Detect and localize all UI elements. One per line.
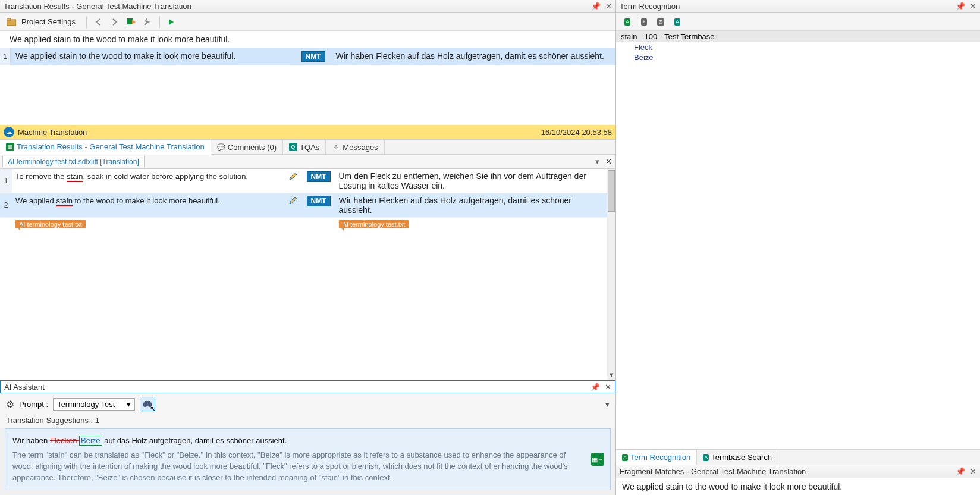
ai-chevron-down-icon[interactable]: ▾ — [605, 400, 610, 409]
segment-target[interactable]: Um den Fleck zu entfernen, weichen Sie i… — [335, 169, 608, 193]
results-tab-icon: ▦ — [6, 143, 14, 151]
pin-icon[interactable]: 📌 — [591, 2, 601, 11]
close-icon[interactable]: ✕ — [605, 383, 611, 391]
segment-row[interactable]: 2 We applied stain to the wood to make i… — [0, 193, 615, 218]
results-tabs: ▦ Translation Results - General Test,Mac… — [0, 139, 615, 155]
term-termbase: Test Termbase — [664, 32, 714, 41]
segment-row[interactable]: 1 To remove the stain, soak in cold wate… — [0, 169, 615, 193]
term-source: stain — [621, 32, 637, 41]
segment-editor: 1 To remove the stain, soak in cold wate… — [0, 169, 615, 380]
document-tab[interactable]: AI terminology test.txt.sdlxliff [Transl… — [2, 156, 145, 167]
mt-timestamp: 16/10/2024 20:53:58 — [541, 128, 612, 137]
fragment-text: We applied stain to the wood to make it … — [616, 478, 980, 495]
scroll-down-icon[interactable]: ▾ — [608, 370, 615, 378]
tab-term-recognition[interactable]: A Term Recognition — [616, 450, 697, 465]
editor-scrollbar[interactable]: ▾ — [607, 169, 615, 380]
close-icon[interactable]: ✕ — [970, 467, 976, 476]
term-bottom-tabs: A Term Recognition A Termbase Search — [616, 449, 980, 465]
term-add-icon[interactable]: + — [637, 16, 651, 28]
term-recognition-title: Term Recognition — [620, 2, 956, 11]
tools-icon[interactable] — [142, 15, 155, 29]
suggestion-text: Wir haben Flecken Beize auf das Holz auf… — [12, 435, 603, 445]
term-tab-icon: A — [622, 454, 628, 461]
nmt-badge: NMT — [301, 51, 325, 62]
prompt-label: Prompt : — [19, 400, 48, 409]
pin-icon[interactable]: 📌 — [590, 383, 600, 391]
nav-forward-icon[interactable] — [108, 15, 121, 29]
file-tag: AI terminology test.txt — [339, 220, 409, 228]
segment-index: 1 — [0, 169, 12, 193]
search-tab-icon: A — [703, 454, 709, 461]
gear-icon[interactable]: ⚙ — [6, 399, 14, 410]
run-ai-button[interactable]: ↖ — [140, 397, 155, 411]
term-score: 100 — [644, 32, 657, 41]
tab-termbase-search[interactable]: A Termbase Search — [697, 450, 778, 465]
tab-tqas[interactable]: Q TQAs — [283, 140, 326, 154]
tm-row-target: Wir haben Flecken auf das Holz aufgetrag… — [331, 48, 616, 65]
project-icon[interactable] — [5, 15, 18, 29]
cloud-icon: ☁ — [4, 127, 14, 137]
nmt-badge: NMT — [307, 171, 331, 182]
doc-chevron-down-icon[interactable]: ▾ — [593, 157, 602, 166]
tab-comments[interactable]: 💬 Comments (0) — [211, 140, 283, 154]
translation-results-header: Translation Results - General Test,Machi… — [0, 0, 615, 13]
go-icon[interactable] — [165, 15, 178, 29]
suggestion-explanation: The term "stain" can be translated as "F… — [12, 450, 603, 484]
segment-index: 2 — [0, 193, 12, 217]
pencil-icon — [284, 169, 302, 193]
tm-result-row[interactable]: 1 We applied stain to the wood to make i… — [0, 48, 615, 65]
apply-suggestion-button[interactable]: ▦→ — [591, 453, 604, 466]
ai-suggestion: Wir haben Flecken Beize auf das Holz auf… — [5, 428, 611, 490]
file-tag: AI terminology test.txt — [15, 220, 86, 228]
source-sentence: We applied stain to the wood to make it … — [0, 31, 615, 48]
cursor-icon: ↖ — [150, 405, 156, 413]
project-settings-label[interactable]: Project Settings — [21, 17, 76, 26]
document-tab-row: AI terminology test.txt.sdlxliff [Transl… — [0, 155, 615, 169]
mt-status-bar: ☁ Machine Translation 16/10/2024 20:53:5… — [0, 125, 615, 139]
segment-target[interactable]: Wir haben Flecken auf das Holz aufgetrag… — [335, 193, 608, 217]
doc-close-icon[interactable]: ✕ — [602, 157, 615, 166]
tab-messages[interactable]: ⚠ Messages — [326, 140, 384, 154]
pin-icon[interactable]: 📌 — [956, 2, 965, 11]
ai-assistant-title: AI Assistant — [4, 383, 590, 391]
fragment-matches-header: Fragment Matches - General Test,Machine … — [616, 465, 980, 478]
prompt-select[interactable]: Terminology Test ▾ — [53, 398, 135, 411]
translation-results-title: Translation Results - General Test,Machi… — [4, 2, 591, 11]
term-target[interactable]: Beize — [616, 52, 980, 62]
ai-assistant-header: AI Assistant 📌 ✕ — [0, 380, 615, 393]
pin-icon[interactable]: 📌 — [956, 467, 965, 476]
segment-source[interactable]: We applied stain to the wood to make it … — [12, 193, 284, 217]
term-settings-icon[interactable]: ⚙ — [654, 16, 667, 28]
tm-row-index: 1 — [0, 48, 11, 65]
tqa-icon: Q — [289, 143, 297, 151]
svg-rect-1 — [7, 18, 11, 21]
nmt-badge: NMT — [307, 196, 331, 206]
fragment-matches-title: Fragment Matches - General Test,Machine … — [620, 467, 956, 476]
term-toolbar: A + ⚙ A — [616, 13, 980, 31]
suggestions-count: Translation Suggestions : 1 — [0, 415, 615, 428]
close-icon[interactable]: ✕ — [605, 2, 612, 11]
chevron-down-icon: ▾ — [127, 400, 131, 409]
svg-rect-5 — [145, 401, 150, 403]
apply-icon[interactable] — [125, 15, 138, 29]
messages-icon: ⚠ — [332, 143, 340, 151]
term-recognition-header: Term Recognition 📌 ✕ — [616, 0, 980, 13]
tm-row-source: We applied stain to the wood to make it … — [11, 48, 296, 65]
tab-translation-results[interactable]: ▦ Translation Results - General Test,Mac… — [0, 140, 211, 155]
close-icon[interactable]: ✕ — [970, 2, 976, 11]
scroll-thumb[interactable] — [608, 170, 615, 212]
nav-back-icon[interactable] — [92, 15, 105, 29]
term-target[interactable]: Fleck — [616, 42, 980, 52]
mt-label: Machine Translation — [18, 128, 541, 137]
term-options-icon[interactable]: A — [671, 16, 684, 28]
segment-source[interactable]: To remove the stain, soak in cold water … — [12, 169, 284, 193]
term-entry-row[interactable]: stain 100 Test Termbase — [616, 31, 980, 42]
translation-results-toolbar: Project Settings — [0, 13, 615, 31]
comments-icon: 💬 — [217, 143, 225, 151]
ai-toolbar: ⚙ Prompt : Terminology Test ▾ ↖ ▾ — [0, 393, 615, 415]
pencil-icon — [284, 193, 302, 217]
term-view-icon[interactable]: A — [621, 16, 634, 28]
